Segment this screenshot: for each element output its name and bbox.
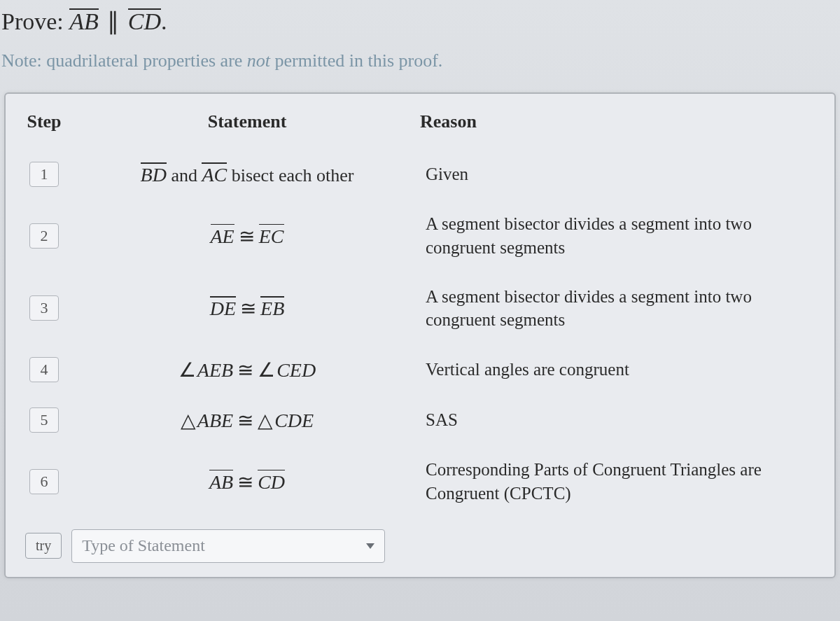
congruent-symbol: ≅	[233, 410, 258, 431]
header-reason: Reason	[412, 94, 834, 149]
try-row: try Type of Statement	[6, 518, 834, 577]
segment: AC	[202, 162, 227, 186]
triangle-name: ABE	[197, 410, 233, 431]
table-row: 3 DE≅EB A segment bisector divides a seg…	[6, 272, 834, 345]
try-button[interactable]: try	[25, 533, 62, 559]
period: .	[161, 8, 167, 34]
prove-label: Prove:	[1, 8, 64, 34]
reason-cell[interactable]: A segment bisector divides a segment int…	[412, 272, 834, 345]
type-of-statement-select[interactable]: Type of Statement	[71, 529, 385, 563]
statement-cell[interactable]: DE≅EB	[83, 284, 412, 333]
table-row: 6 AB≅CD Corresponding Parts of Congruent…	[6, 445, 834, 518]
segment: AE	[211, 224, 234, 248]
congruent-symbol: ≅	[236, 298, 260, 319]
table-row: 1 BD and AC bisect each other Given	[6, 149, 834, 200]
step-number[interactable]: 2	[29, 223, 59, 249]
statement-cell[interactable]: ∠AEB≅∠CED	[83, 346, 412, 394]
segment: CD	[258, 470, 285, 494]
reason-cell[interactable]: Corresponding Parts of Congruent Triangl…	[412, 445, 834, 518]
note-prefix: Note: quadrilateral properties are	[1, 50, 247, 71]
step-number[interactable]: 3	[29, 295, 59, 321]
text: bisect each other	[227, 165, 354, 186]
segment: DE	[210, 296, 236, 320]
angle-name: CED	[276, 359, 316, 381]
segment: EB	[260, 296, 284, 320]
table-header-row: Step Statement Reason	[6, 94, 834, 149]
step-cell: 1	[6, 149, 83, 200]
segment: EC	[259, 224, 284, 248]
step-cell: 5	[6, 395, 83, 445]
header-statement: Statement	[83, 96, 412, 148]
triangle-symbol: △	[258, 410, 274, 431]
segment-cd: CD	[128, 7, 161, 35]
chevron-down-icon	[366, 543, 374, 549]
step-number[interactable]: 6	[29, 469, 59, 494]
congruent-symbol: ≅	[233, 359, 258, 381]
proof-table: Step Statement Reason 1 BD and AC bisect…	[4, 92, 836, 578]
note-line: Note: quadrilateral properties are not p…	[0, 48, 840, 92]
step-cell: 4	[6, 344, 83, 395]
step-number[interactable]: 4	[29, 357, 59, 382]
note-italic: not	[247, 50, 270, 71]
statement-cell[interactable]: BD and AC bisect each other	[83, 150, 412, 199]
text: and	[167, 165, 202, 186]
step-cell: 2	[6, 211, 83, 261]
congruent-symbol: ≅	[233, 471, 258, 493]
table-row: 5 △ABE≅△CDE SAS	[6, 395, 834, 445]
reason-cell[interactable]: Vertical angles are congruent	[412, 345, 834, 394]
angle-name: AEB	[197, 359, 233, 381]
step-cell: 3	[6, 283, 83, 333]
parallel-symbol: ∥	[104, 8, 122, 34]
statement-cell[interactable]: AE≅EC	[83, 211, 412, 260]
select-placeholder: Type of Statement	[82, 536, 205, 555]
triangle-symbol: △	[181, 410, 197, 431]
reason-cell[interactable]: Given	[412, 150, 834, 199]
header-step: Step	[6, 96, 83, 148]
table-row: 2 AE≅EC A segment bisector divides a seg…	[6, 200, 834, 272]
segment: BD	[141, 162, 167, 186]
segment: AB	[209, 470, 233, 494]
reason-cell[interactable]: A segment bisector divides a segment int…	[412, 200, 834, 272]
prove-line: Prove: AB ∥ CD.	[0, 0, 840, 48]
triangle-name: CDE	[274, 410, 314, 431]
statement-cell[interactable]: △ABE≅△CDE	[83, 396, 412, 445]
reason-cell[interactable]: SAS	[412, 396, 834, 445]
step-cell: 6	[6, 456, 83, 507]
step-number[interactable]: 1	[29, 162, 59, 187]
table-row: 4 ∠AEB≅∠CED Vertical angles are congruen…	[6, 344, 834, 395]
congruent-symbol: ≅	[234, 225, 259, 247]
angle-symbol: ∠	[258, 359, 276, 381]
angle-symbol: ∠	[178, 359, 197, 381]
step-number[interactable]: 5	[29, 407, 59, 433]
segment-ab: AB	[69, 7, 99, 35]
statement-cell[interactable]: AB≅CD	[83, 457, 412, 506]
note-suffix: permitted in this proof.	[270, 50, 442, 71]
